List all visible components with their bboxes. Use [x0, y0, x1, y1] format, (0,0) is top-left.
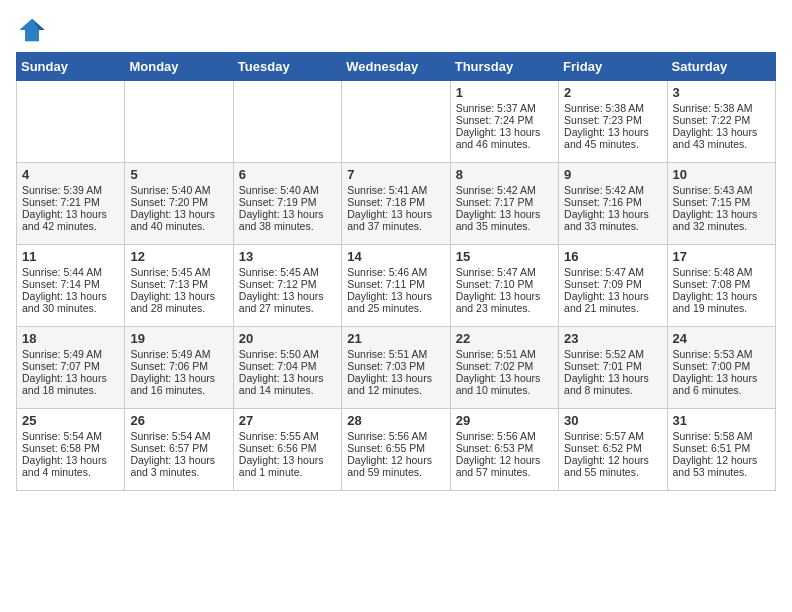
header-row: SundayMondayTuesdayWednesdayThursdayFrid… [17, 53, 776, 81]
sunrise: Sunrise: 5:58 AM [673, 430, 753, 442]
sunrise: Sunrise: 5:57 AM [564, 430, 644, 442]
daylight: Daylight: 13 hours and 43 minutes. [673, 126, 758, 150]
day-cell: 28Sunrise: 5:56 AMSunset: 6:55 PMDayligh… [342, 409, 450, 491]
daylight: Daylight: 12 hours and 55 minutes. [564, 454, 649, 478]
sunset: Sunset: 6:53 PM [456, 442, 534, 454]
day-number: 13 [239, 249, 336, 264]
sunset: Sunset: 7:23 PM [564, 114, 642, 126]
sunrise: Sunrise: 5:41 AM [347, 184, 427, 196]
day-cell: 19Sunrise: 5:49 AMSunset: 7:06 PMDayligh… [125, 327, 233, 409]
daylight: Daylight: 13 hours and 1 minute. [239, 454, 324, 478]
sunrise: Sunrise: 5:46 AM [347, 266, 427, 278]
day-cell: 22Sunrise: 5:51 AMSunset: 7:02 PMDayligh… [450, 327, 558, 409]
day-number: 22 [456, 331, 553, 346]
sunset: Sunset: 6:57 PM [130, 442, 208, 454]
week-row-2: 4Sunrise: 5:39 AMSunset: 7:21 PMDaylight… [17, 163, 776, 245]
day-number: 27 [239, 413, 336, 428]
sunrise: Sunrise: 5:56 AM [347, 430, 427, 442]
daylight: Daylight: 13 hours and 38 minutes. [239, 208, 324, 232]
day-cell: 15Sunrise: 5:47 AMSunset: 7:10 PMDayligh… [450, 245, 558, 327]
daylight: Daylight: 13 hours and 8 minutes. [564, 372, 649, 396]
day-number: 20 [239, 331, 336, 346]
day-number: 15 [456, 249, 553, 264]
daylight: Daylight: 13 hours and 32 minutes. [673, 208, 758, 232]
day-number: 25 [22, 413, 119, 428]
day-cell: 23Sunrise: 5:52 AMSunset: 7:01 PMDayligh… [559, 327, 667, 409]
daylight: Daylight: 13 hours and 18 minutes. [22, 372, 107, 396]
sunrise: Sunrise: 5:44 AM [22, 266, 102, 278]
daylight: Daylight: 12 hours and 59 minutes. [347, 454, 432, 478]
sunset: Sunset: 7:04 PM [239, 360, 317, 372]
day-cell [125, 81, 233, 163]
sunrise: Sunrise: 5:50 AM [239, 348, 319, 360]
day-cell: 12Sunrise: 5:45 AMSunset: 7:13 PMDayligh… [125, 245, 233, 327]
sunrise: Sunrise: 5:42 AM [456, 184, 536, 196]
sunset: Sunset: 7:00 PM [673, 360, 751, 372]
sunset: Sunset: 7:18 PM [347, 196, 425, 208]
day-number: 1 [456, 85, 553, 100]
daylight: Daylight: 13 hours and 42 minutes. [22, 208, 107, 232]
week-row-1: 1Sunrise: 5:37 AMSunset: 7:24 PMDaylight… [17, 81, 776, 163]
daylight: Daylight: 13 hours and 16 minutes. [130, 372, 215, 396]
calendar-table: SundayMondayTuesdayWednesdayThursdayFrid… [16, 52, 776, 491]
day-cell: 20Sunrise: 5:50 AMSunset: 7:04 PMDayligh… [233, 327, 341, 409]
sunrise: Sunrise: 5:51 AM [456, 348, 536, 360]
sunrise: Sunrise: 5:49 AM [22, 348, 102, 360]
day-cell: 8Sunrise: 5:42 AMSunset: 7:17 PMDaylight… [450, 163, 558, 245]
sunrise: Sunrise: 5:47 AM [456, 266, 536, 278]
day-number: 2 [564, 85, 661, 100]
daylight: Daylight: 12 hours and 53 minutes. [673, 454, 758, 478]
day-cell: 16Sunrise: 5:47 AMSunset: 7:09 PMDayligh… [559, 245, 667, 327]
day-number: 10 [673, 167, 770, 182]
sunset: Sunset: 7:19 PM [239, 196, 317, 208]
sunrise: Sunrise: 5:40 AM [130, 184, 210, 196]
day-number: 24 [673, 331, 770, 346]
day-number: 18 [22, 331, 119, 346]
sunset: Sunset: 7:22 PM [673, 114, 751, 126]
sunset: Sunset: 7:12 PM [239, 278, 317, 290]
calendar-body: 1Sunrise: 5:37 AMSunset: 7:24 PMDaylight… [17, 81, 776, 491]
day-number: 3 [673, 85, 770, 100]
logo [16, 16, 46, 44]
day-cell: 25Sunrise: 5:54 AMSunset: 6:58 PMDayligh… [17, 409, 125, 491]
week-row-3: 11Sunrise: 5:44 AMSunset: 7:14 PMDayligh… [17, 245, 776, 327]
day-number: 21 [347, 331, 444, 346]
day-cell: 24Sunrise: 5:53 AMSunset: 7:00 PMDayligh… [667, 327, 775, 409]
sunrise: Sunrise: 5:43 AM [673, 184, 753, 196]
day-cell: 1Sunrise: 5:37 AMSunset: 7:24 PMDaylight… [450, 81, 558, 163]
daylight: Daylight: 13 hours and 21 minutes. [564, 290, 649, 314]
sunrise: Sunrise: 5:47 AM [564, 266, 644, 278]
day-number: 4 [22, 167, 119, 182]
sunset: Sunset: 7:11 PM [347, 278, 425, 290]
sunrise: Sunrise: 5:51 AM [347, 348, 427, 360]
daylight: Daylight: 13 hours and 27 minutes. [239, 290, 324, 314]
day-cell: 2Sunrise: 5:38 AMSunset: 7:23 PMDaylight… [559, 81, 667, 163]
header-cell-thursday: Thursday [450, 53, 558, 81]
sunset: Sunset: 7:08 PM [673, 278, 751, 290]
sunset: Sunset: 7:15 PM [673, 196, 751, 208]
calendar-header: SundayMondayTuesdayWednesdayThursdayFrid… [17, 53, 776, 81]
sunrise: Sunrise: 5:38 AM [564, 102, 644, 114]
day-number: 30 [564, 413, 661, 428]
day-cell: 31Sunrise: 5:58 AMSunset: 6:51 PMDayligh… [667, 409, 775, 491]
sunset: Sunset: 6:51 PM [673, 442, 751, 454]
daylight: Daylight: 13 hours and 12 minutes. [347, 372, 432, 396]
daylight: Daylight: 13 hours and 19 minutes. [673, 290, 758, 314]
daylight: Daylight: 13 hours and 40 minutes. [130, 208, 215, 232]
day-number: 12 [130, 249, 227, 264]
sunrise: Sunrise: 5:38 AM [673, 102, 753, 114]
day-number: 8 [456, 167, 553, 182]
sunset: Sunset: 7:20 PM [130, 196, 208, 208]
daylight: Daylight: 13 hours and 45 minutes. [564, 126, 649, 150]
day-number: 11 [22, 249, 119, 264]
day-cell: 10Sunrise: 5:43 AMSunset: 7:15 PMDayligh… [667, 163, 775, 245]
day-number: 14 [347, 249, 444, 264]
day-number: 23 [564, 331, 661, 346]
sunrise: Sunrise: 5:55 AM [239, 430, 319, 442]
day-cell: 14Sunrise: 5:46 AMSunset: 7:11 PMDayligh… [342, 245, 450, 327]
sunset: Sunset: 7:10 PM [456, 278, 534, 290]
sunrise: Sunrise: 5:54 AM [22, 430, 102, 442]
daylight: Daylight: 13 hours and 33 minutes. [564, 208, 649, 232]
sunrise: Sunrise: 5:54 AM [130, 430, 210, 442]
day-cell [17, 81, 125, 163]
